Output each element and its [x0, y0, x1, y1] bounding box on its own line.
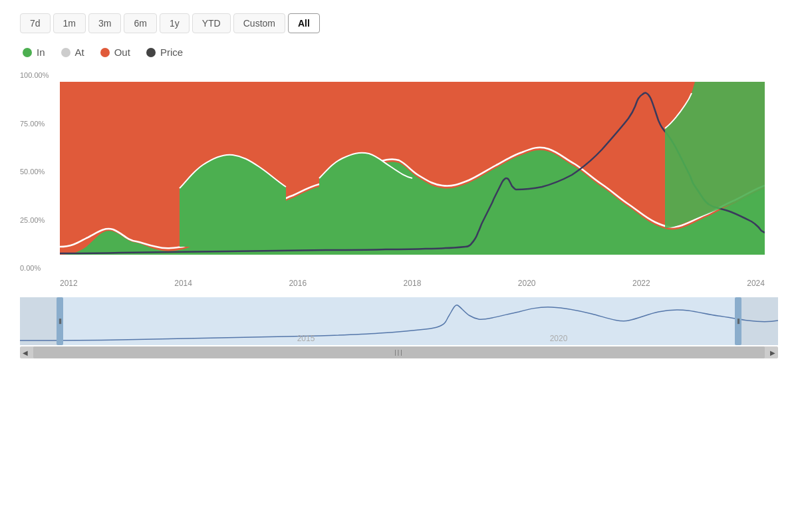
y-label-0: 0.00% — [20, 264, 60, 272]
scrollbar[interactable]: ◀ ||| ▶ — [20, 346, 778, 358]
legend-label-out: Out — [114, 47, 130, 58]
y-label-100: 100.00% — [20, 71, 60, 79]
time-btn-7d[interactable]: 7d — [20, 13, 51, 33]
scroll-right-arrow[interactable]: ▶ — [770, 349, 775, 356]
svg-text:2015: 2015 — [297, 334, 315, 343]
y-label-50: 50.00% — [20, 168, 60, 176]
time-range-selector: 7d1m3m6m1yYTDCustomAll — [20, 13, 778, 33]
x-axis: 2012 2014 2016 2018 2020 2022 2024 — [20, 275, 765, 292]
navigator-container: ⦀ ⦀ 2015 2020 ◀ ||| ▶ — [20, 297, 778, 358]
legend-label-at: At — [75, 47, 84, 58]
time-btn-1m[interactable]: 1m — [53, 13, 86, 33]
legend-label-in: In — [37, 47, 45, 58]
legend-item-out: Out — [100, 47, 130, 58]
navigator-chart[interactable]: ⦀ ⦀ 2015 2020 — [20, 297, 778, 345]
x-label-2012: 2012 — [60, 279, 78, 288]
chart-legend: InAtOutPrice — [20, 47, 778, 58]
legend-dot-price — [146, 48, 156, 57]
time-btn-all[interactable]: All — [288, 13, 320, 33]
y-label-25: 25.00% — [20, 216, 60, 224]
scroll-thumb-indicator: ||| — [394, 349, 403, 356]
y-label-75: 75.00% — [20, 120, 60, 128]
legend-item-in: In — [23, 47, 45, 58]
scroll-left-arrow[interactable]: ◀ — [23, 349, 28, 356]
legend-dot-at — [61, 48, 70, 57]
legend-dot-out — [100, 48, 110, 57]
scrollbar-thumb[interactable]: ||| — [33, 346, 765, 358]
legend-label-price: Price — [160, 47, 183, 58]
svg-text:2020: 2020 — [550, 334, 568, 343]
legend-item-price: Price — [146, 47, 183, 58]
svg-rect-2 — [20, 297, 60, 345]
svg-text:⦀: ⦀ — [59, 317, 62, 325]
x-label-2020: 2020 — [518, 279, 536, 288]
time-btn-ytd[interactable]: YTD — [192, 13, 231, 33]
x-label-2014: 2014 — [174, 279, 192, 288]
legend-dot-in — [23, 48, 32, 57]
time-btn-1y[interactable]: 1y — [160, 13, 190, 33]
time-btn-custom[interactable]: Custom — [233, 13, 285, 33]
main-chart-container: 100.00% 75.00% 50.00% 25.00% 0.00% — [20, 68, 778, 292]
svg-text:⦀: ⦀ — [737, 317, 740, 325]
x-label-2018: 2018 — [404, 279, 422, 288]
x-label-2016: 2016 — [289, 279, 307, 288]
main-chart-svg — [60, 68, 765, 275]
x-label-2022: 2022 — [632, 279, 650, 288]
time-btn-6m[interactable]: 6m — [124, 13, 156, 33]
svg-rect-4 — [60, 297, 738, 345]
legend-item-at: At — [61, 47, 84, 58]
navigator-svg: ⦀ ⦀ 2015 2020 — [20, 297, 778, 345]
time-btn-3m[interactable]: 3m — [88, 13, 121, 33]
x-label-2024: 2024 — [747, 279, 765, 288]
